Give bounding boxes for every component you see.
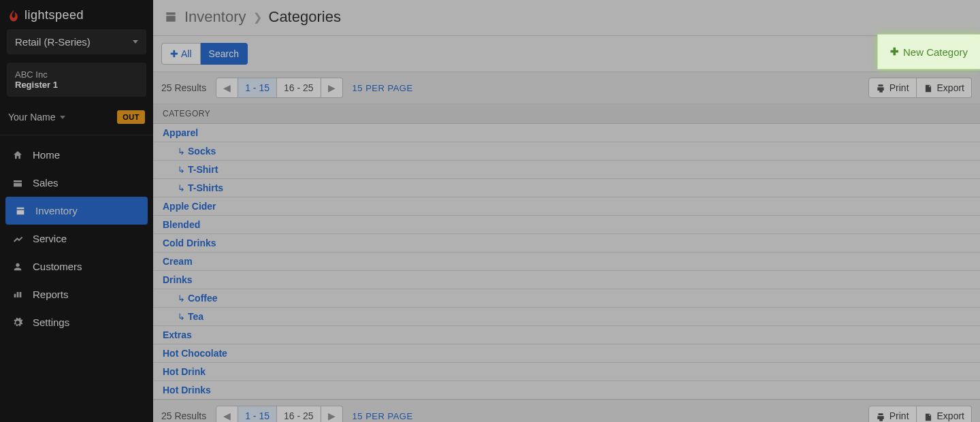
category-link[interactable]: Socks bbox=[188, 146, 216, 157]
category-link[interactable]: Tea bbox=[188, 311, 203, 322]
category-link[interactable]: Hot Drink bbox=[163, 366, 206, 377]
all-filter-button[interactable]: ✚ All bbox=[161, 43, 201, 65]
breadcrumb-parent[interactable]: Inventory bbox=[184, 8, 246, 26]
nav-label: Sales bbox=[33, 177, 59, 189]
user-row: Your Name OUT bbox=[0, 103, 153, 135]
table-row: ↳Socks bbox=[153, 142, 980, 161]
per-page-selector[interactable]: 15 PER PAGE bbox=[353, 411, 413, 421]
next-page-button[interactable]: ▶ bbox=[321, 406, 343, 422]
export-label: Export bbox=[937, 410, 964, 421]
page-buttons: ◀ 1 - 15 16 - 25 ▶ bbox=[216, 78, 342, 98]
logo[interactable]: lightspeed bbox=[0, 0, 153, 29]
category-link[interactable]: Coffee bbox=[188, 293, 218, 304]
all-label: All bbox=[181, 48, 192, 59]
table-row: Drinks bbox=[153, 271, 980, 289]
category-link[interactable]: Blended bbox=[163, 219, 200, 230]
table-row: Cold Drinks bbox=[153, 234, 980, 253]
table-row: Hot Drinks bbox=[153, 381, 980, 400]
filter-button-group: ✚ All Search bbox=[161, 43, 248, 65]
table-row: ↳T-Shirts bbox=[153, 179, 980, 197]
child-arrow-icon: ↳ bbox=[178, 312, 185, 322]
page-range-2[interactable]: 16 - 25 bbox=[277, 406, 321, 422]
table-row: ↳Coffee bbox=[153, 289, 980, 308]
nav-inventory[interactable]: Inventory bbox=[5, 197, 148, 225]
table-row: Apparel bbox=[153, 124, 980, 142]
category-table-body: Apparel↳Socks↳T-Shirt↳T-ShirtsApple Cide… bbox=[153, 124, 980, 400]
next-page-button[interactable]: ▶ bbox=[321, 78, 343, 98]
nav-home[interactable]: Home bbox=[0, 141, 153, 169]
category-link[interactable]: Drinks bbox=[163, 274, 193, 285]
company-register-block[interactable]: ABC Inc Register 1 bbox=[7, 63, 146, 97]
flame-icon bbox=[7, 9, 20, 22]
company-name: ABC Inc bbox=[15, 69, 138, 80]
user-menu[interactable]: Your Name bbox=[8, 112, 65, 123]
table-row: ↳Tea bbox=[153, 308, 980, 326]
nav-sales[interactable]: Sales bbox=[0, 169, 153, 197]
page-buttons: ◀ 1 - 15 16 - 25 ▶ bbox=[216, 406, 342, 422]
pagination-top: 25 Results ◀ 1 - 15 16 - 25 ▶ 15 PER PAG… bbox=[153, 72, 980, 104]
child-arrow-icon: ↳ bbox=[178, 165, 185, 175]
category-link[interactable]: Apparel bbox=[163, 127, 198, 138]
print-icon bbox=[876, 410, 885, 421]
nav-label: Customers bbox=[33, 261, 82, 272]
user-name: Your Name bbox=[8, 112, 56, 123]
page-range-1[interactable]: 1 - 15 bbox=[238, 406, 277, 422]
category-link[interactable]: Hot Chocolate bbox=[163, 348, 227, 359]
table-row: Hot Chocolate bbox=[153, 344, 980, 363]
new-category-label: New Category bbox=[903, 46, 968, 58]
export-icon bbox=[924, 82, 933, 93]
prev-page-button[interactable]: ◀ bbox=[216, 78, 238, 98]
main-content: Inventory ❯ Categories ✚ All Search ✚ Ne… bbox=[153, 0, 980, 422]
customers-icon bbox=[12, 261, 23, 272]
print-button[interactable]: Print bbox=[868, 78, 917, 98]
sidebar: lightspeed Retail (R-Series) ABC Inc Reg… bbox=[0, 0, 153, 422]
table-row: Apple Cider bbox=[153, 197, 980, 216]
plus-icon: ✚ bbox=[170, 48, 178, 59]
category-link[interactable]: Cold Drinks bbox=[163, 238, 216, 248]
service-icon bbox=[12, 233, 23, 244]
product-selector[interactable]: Retail (R-Series) bbox=[7, 29, 146, 54]
search-button[interactable]: Search bbox=[201, 43, 248, 65]
print-icon bbox=[876, 82, 885, 93]
export-button[interactable]: Export bbox=[917, 78, 972, 98]
nav-settings[interactable]: Settings bbox=[0, 308, 153, 336]
table-row: Extras bbox=[153, 326, 980, 344]
nav-customers[interactable]: Customers bbox=[0, 253, 153, 280]
table-row: ↳T-Shirt bbox=[153, 161, 980, 179]
category-link[interactable]: Cream bbox=[163, 256, 193, 267]
export-button[interactable]: Export bbox=[917, 406, 972, 422]
register-name: Register 1 bbox=[15, 80, 138, 90]
product-selector-label: Retail (R-Series) bbox=[15, 36, 91, 48]
chevron-down-icon bbox=[133, 40, 138, 44]
nav-label: Service bbox=[33, 233, 67, 244]
nav-reports[interactable]: Reports bbox=[0, 280, 153, 308]
print-button[interactable]: Print bbox=[868, 406, 917, 422]
category-link[interactable]: Hot Drinks bbox=[163, 385, 211, 395]
category-link[interactable]: Extras bbox=[163, 329, 192, 340]
results-count: 25 Results bbox=[161, 410, 206, 421]
results-count: 25 Results bbox=[161, 82, 206, 93]
clock-status-badge[interactable]: OUT bbox=[117, 110, 145, 124]
sales-icon bbox=[12, 178, 23, 189]
nav-label: Home bbox=[33, 149, 60, 161]
breadcrumb: Inventory ❯ Categories bbox=[153, 0, 980, 36]
table-row: Hot Drink bbox=[153, 363, 980, 381]
child-arrow-icon: ↳ bbox=[178, 183, 185, 193]
breadcrumb-current: Categories bbox=[269, 8, 341, 26]
main-nav: Home Sales Inventory Service Customers R… bbox=[0, 135, 153, 336]
category-link[interactable]: T-Shirt bbox=[188, 164, 218, 175]
nav-service[interactable]: Service bbox=[0, 225, 153, 253]
toolbar: ✚ All Search bbox=[153, 36, 980, 72]
category-link[interactable]: Apple Cider bbox=[163, 201, 216, 212]
new-category-button[interactable]: ✚ New Category bbox=[877, 34, 980, 69]
prev-page-button[interactable]: ◀ bbox=[216, 406, 238, 422]
nav-label: Inventory bbox=[35, 205, 78, 216]
table-row: Blended bbox=[153, 216, 980, 234]
per-page-selector[interactable]: 15 PER PAGE bbox=[353, 83, 413, 93]
pagination-bottom: 25 Results ◀ 1 - 15 16 - 25 ▶ 15 PER PAG… bbox=[153, 400, 980, 422]
page-range-1[interactable]: 1 - 15 bbox=[238, 78, 277, 98]
export-icon bbox=[924, 410, 933, 421]
category-link[interactable]: T-Shirts bbox=[188, 182, 223, 193]
page-range-2[interactable]: 16 - 25 bbox=[277, 78, 321, 98]
inventory-icon bbox=[164, 10, 178, 24]
